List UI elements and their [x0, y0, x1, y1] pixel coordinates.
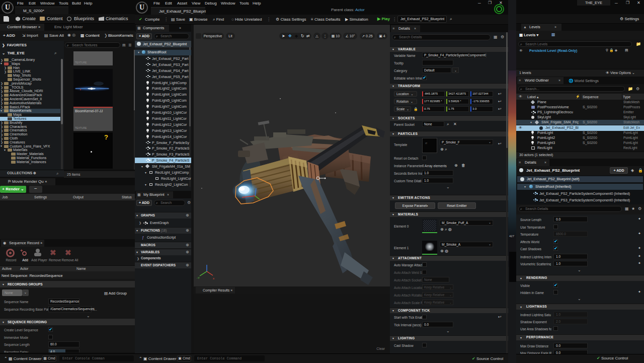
svg-text:-Y: -Y	[197, 276, 200, 279]
svg-text:x: x	[213, 277, 214, 280]
